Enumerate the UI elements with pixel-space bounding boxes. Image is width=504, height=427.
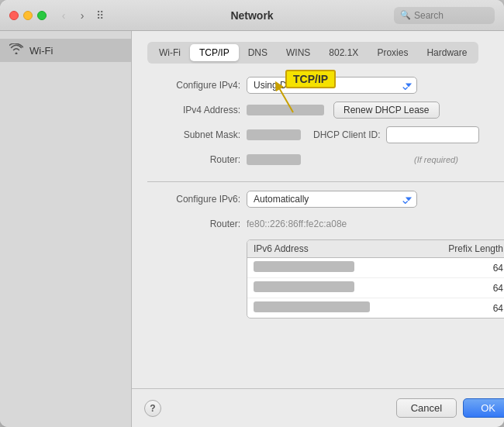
maximize-button[interactable] (37, 11, 47, 20)
close-button[interactable] (9, 11, 19, 20)
ipv6-col-prefix-header: Prefix Length (433, 243, 503, 254)
configure-ipv4-label: Configure IPv4: (147, 80, 240, 91)
router-value (247, 154, 301, 165)
back-button[interactable]: ‹ (56, 8, 71, 23)
ipv6-section: Configure IPv6: Automatically ⌄ Router: … (147, 190, 504, 319)
dhcp-client-id-label: DHCP Client ID: (313, 129, 380, 140)
ipv6-prefix-1: 64 (433, 263, 503, 274)
forward-button[interactable]: › (74, 8, 90, 23)
ipv6-table-header: IPv6 Address Prefix Length (247, 240, 504, 258)
ipv4-address-label: IPv4 Address: (147, 105, 240, 115)
tab-8021x[interactable]: 802.1X (319, 44, 368, 61)
subnet-mask-row: Subnet Mask: DHCP Client ID: (147, 126, 504, 144)
ok-button[interactable]: OK (463, 398, 504, 418)
search-box[interactable]: 🔍 (394, 7, 495, 24)
tab-tcpip[interactable]: TCP/IP (190, 44, 239, 61)
search-icon: 🔍 (400, 10, 411, 20)
grid-icon: ⠿ (96, 9, 104, 22)
router-ipv6-value: fe80::226:86ff:fe2c:a08e (247, 219, 347, 229)
minimize-button[interactable] (23, 11, 33, 20)
table-row: 64 (247, 298, 504, 318)
router-ipv6-row: Router: fe80::226:86ff:fe2c:a08e (147, 215, 504, 233)
ipv6-table: IPv6 Address Prefix Length 64 (247, 239, 504, 319)
sidebar-item-wifi[interactable]: Wi-Fi (0, 39, 131, 62)
router-ipv6-label: Router: (147, 219, 240, 229)
dropdown-ipv6-icon: ⌄ (400, 192, 410, 207)
dropdown-icon: ⌄ (400, 78, 410, 93)
wifi-icon (9, 43, 23, 57)
ipv4-address-row: IPv4 Address: Renew DHCP Lease (147, 101, 504, 119)
main-window: ‹ › ⠿ Network 🔍 Wi-Fi (0, 0, 504, 427)
tab-wins[interactable]: WINS (277, 44, 319, 61)
titlebar: ‹ › ⠿ Network 🔍 (0, 0, 504, 31)
configure-ipv4-row: Configure IPv4: Using DHCP ⌄ (147, 76, 504, 95)
tab-dns[interactable]: DNS (239, 44, 277, 61)
search-input[interactable] (414, 10, 488, 21)
tab-bar: Wi-Fi TCP/IP DNS WINS 802.1X Proxies Har… (147, 42, 478, 64)
ipv4-section: Configure IPv4: Using DHCP ⌄ (147, 76, 504, 169)
nav-buttons: ‹ › (56, 8, 90, 23)
bottom-bar: ? Cancel OK (132, 388, 504, 427)
configure-ipv6-row: Configure IPv6: Automatically ⌄ (147, 190, 504, 208)
ipv4-address-value (247, 105, 324, 115)
help-button[interactable]: ? (144, 400, 161, 417)
ipv6-addr-2 (254, 281, 433, 294)
cancel-button[interactable]: Cancel (396, 398, 457, 418)
if-required-text: (If required) (414, 155, 458, 164)
renew-dhcp-button[interactable]: Renew DHCP Lease (333, 102, 440, 119)
window-title: Network (230, 9, 273, 22)
ipv6-col-address-header: IPv6 Address (254, 243, 433, 254)
bottom-actions: Cancel OK (396, 398, 504, 418)
main-panel: Wi-Fi TCP/IP DNS WINS 802.1X Proxies Har… (132, 31, 504, 388)
ipv6-prefix-2: 64 (433, 283, 503, 294)
table-row: 64 (247, 278, 504, 298)
ipv6-prefix-3: 64 (433, 303, 503, 314)
dhcp-client-area: DHCP Client ID: (313, 126, 479, 143)
ipv6-addr-1 (254, 261, 433, 274)
tab-wifi[interactable]: Wi-Fi (150, 44, 190, 61)
configure-ipv6-dropdown[interactable]: Automatically ⌄ (247, 191, 417, 208)
traffic-lights (9, 11, 47, 20)
subnet-mask-value (247, 129, 301, 140)
configure-ipv6-label: Configure IPv6: (147, 194, 240, 205)
configure-ipv4-dropdown[interactable]: Using DHCP ⌄ (247, 77, 417, 94)
sidebar-label-wifi: Wi-Fi (29, 45, 53, 57)
ipv6-addr-3 (254, 301, 433, 315)
sidebar: Wi-Fi (0, 31, 132, 427)
content-area: Wi-Fi Wi-Fi TCP/IP DNS WINS 802.1X Proxi… (0, 31, 504, 427)
section-divider (147, 181, 504, 182)
dhcp-client-id-input[interactable] (386, 126, 479, 143)
if-required-row: Router: (If required) (147, 150, 504, 169)
panel-wrapper: Wi-Fi TCP/IP DNS WINS 802.1X Proxies Har… (132, 31, 504, 427)
tab-hardware[interactable]: Hardware (417, 44, 476, 61)
subnet-mask-label: Subnet Mask: (147, 129, 240, 140)
router-label: Router: (147, 154, 240, 165)
table-row: 64 (247, 258, 504, 278)
tab-proxies[interactable]: Proxies (368, 44, 417, 61)
